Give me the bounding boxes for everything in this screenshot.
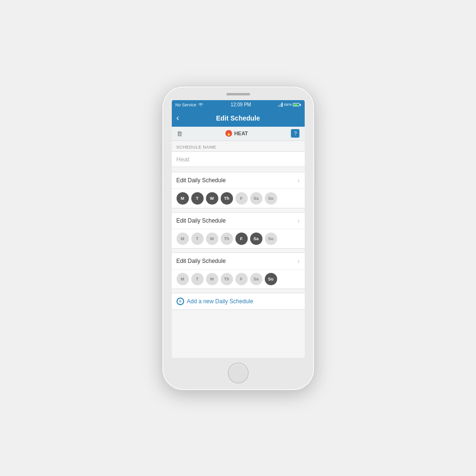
edit-schedule-label-3: Edit Daily Schedule xyxy=(177,258,226,264)
day-W-2[interactable]: W xyxy=(206,233,218,245)
svg-rect-1 xyxy=(280,105,280,107)
day-F-3[interactable]: F xyxy=(235,273,248,285)
time-display: 12:09 PM xyxy=(231,102,251,107)
add-schedule-label: Add a new Daily Schedule xyxy=(187,298,253,305)
heat-mode-indicator: 🔥 HEAT xyxy=(225,130,248,137)
day-Th-1[interactable]: Th xyxy=(221,192,233,205)
add-schedule-row[interactable]: + Add a new Daily Schedule xyxy=(172,293,305,310)
day-Sa-2[interactable]: Sa xyxy=(250,233,262,245)
schedule-name-label: SCHEDULE NAME xyxy=(172,141,305,151)
day-F-1[interactable]: F xyxy=(235,192,248,205)
day-Th-3[interactable]: Th xyxy=(221,273,233,285)
schedule-block-2: Edit Daily Schedule › M T W Th F Sa Su xyxy=(172,212,305,249)
days-row-2: M T W Th F Sa Su xyxy=(172,229,305,248)
back-button[interactable]: ‹ xyxy=(177,113,179,123)
chevron-icon-3: › xyxy=(298,257,300,265)
add-icon: + xyxy=(177,298,184,305)
battery-icon xyxy=(293,103,301,106)
phone-screen: No Service 12:09 PM 68% xyxy=(172,100,305,358)
svg-rect-3 xyxy=(282,103,283,107)
battery-pct: 68% xyxy=(284,103,291,107)
svg-rect-2 xyxy=(280,104,281,107)
status-bar: No Service 12:09 PM 68% xyxy=(172,100,305,110)
svg-rect-0 xyxy=(278,105,279,107)
day-Su-2[interactable]: Su xyxy=(265,233,277,245)
nav-bar: ‹ Edit Schedule xyxy=(172,110,305,127)
chevron-icon-2: › xyxy=(298,217,300,224)
day-Sa-1[interactable]: Sa xyxy=(250,192,262,205)
nav-title: Edit Schedule xyxy=(216,114,260,122)
no-service-text: No Service xyxy=(176,103,196,107)
heat-icon: 🔥 xyxy=(225,130,232,137)
edit-schedule-label-1: Edit Daily Schedule xyxy=(177,177,226,184)
trash-icon[interactable]: 🗑 xyxy=(177,130,183,137)
help-button[interactable]: ? xyxy=(291,129,299,138)
signal-icon xyxy=(278,103,283,107)
schedule-block-1: Edit Daily Schedule › M T W Th F Sa Su xyxy=(172,172,305,208)
day-Th-2[interactable]: Th xyxy=(221,233,233,245)
edit-schedule-row-3[interactable]: Edit Daily Schedule › xyxy=(172,253,305,270)
day-Su-3[interactable]: Su xyxy=(265,273,277,285)
phone-frame: No Service 12:09 PM 68% xyxy=(162,86,314,390)
day-W-1[interactable]: W xyxy=(206,192,218,205)
day-M-1[interactable]: M xyxy=(177,192,189,205)
day-Sa-3[interactable]: Sa xyxy=(250,273,262,285)
day-M-3[interactable]: M xyxy=(177,273,189,285)
days-row-1: M T W Th F Sa Su xyxy=(172,189,305,208)
mode-label: HEAT xyxy=(234,131,248,136)
edit-schedule-row-2[interactable]: Edit Daily Schedule › xyxy=(172,213,305,229)
day-M-2[interactable]: M xyxy=(177,233,189,245)
day-T-2[interactable]: T xyxy=(191,233,204,245)
mode-bar: 🗑 🔥 HEAT ? xyxy=(172,127,305,141)
home-button[interactable] xyxy=(228,363,249,383)
schedule-name-input[interactable]: Heat xyxy=(172,151,305,167)
day-F-2[interactable]: F xyxy=(235,233,248,245)
day-W-3[interactable]: W xyxy=(206,273,218,285)
days-row-3: M T W Th F Sa Su xyxy=(172,270,305,289)
content-area: SCHEDULE NAME Heat Edit Daily Schedule ›… xyxy=(172,141,305,358)
schedule-block-3: Edit Daily Schedule › M T W Th F Sa Su xyxy=(172,252,305,289)
day-T-1[interactable]: T xyxy=(191,192,204,205)
chevron-icon-1: › xyxy=(298,177,300,184)
status-right: 68% xyxy=(278,103,300,107)
day-T-3[interactable]: T xyxy=(191,273,204,285)
wifi-icon xyxy=(198,103,204,107)
edit-schedule-label-2: Edit Daily Schedule xyxy=(177,217,226,224)
phone-speaker xyxy=(226,93,250,95)
edit-schedule-row-1[interactable]: Edit Daily Schedule › xyxy=(172,172,305,189)
day-Su-1[interactable]: Su xyxy=(265,192,277,205)
status-left: No Service xyxy=(176,103,204,107)
